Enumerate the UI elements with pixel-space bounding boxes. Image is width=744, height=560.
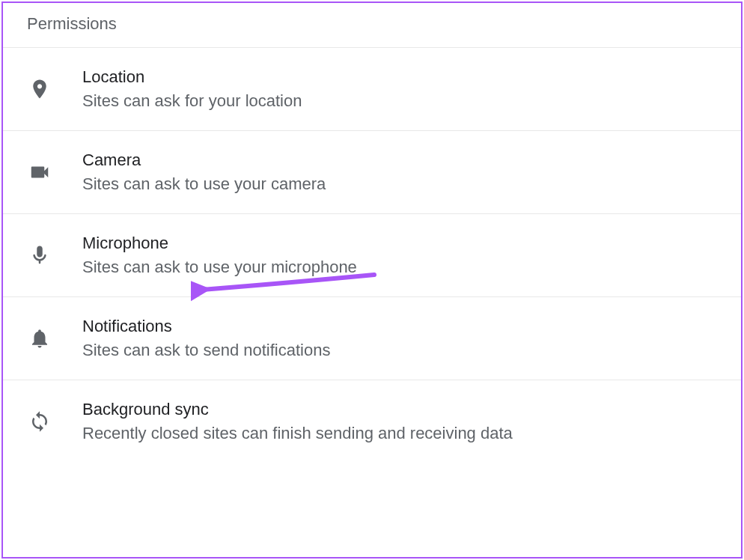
permission-item-camera[interactable]: Camera Sites can ask to use your camera <box>3 130 741 213</box>
camera-icon <box>27 159 52 185</box>
permission-text: Microphone Sites can ask to use your mic… <box>82 234 357 277</box>
location-icon <box>27 76 52 102</box>
permission-title: Location <box>82 67 302 87</box>
sync-icon <box>27 409 52 434</box>
permission-subtitle: Recently closed sites can finish sending… <box>82 424 513 443</box>
permission-text: Location Sites can ask for your location <box>82 67 302 111</box>
permission-item-notifications[interactable]: Notifications Sites can ask to send noti… <box>3 296 741 380</box>
permission-subtitle: Sites can ask to send notifications <box>82 341 330 360</box>
section-header: Permissions <box>3 3 741 47</box>
permission-item-location[interactable]: Location Sites can ask for your location <box>3 47 741 130</box>
permission-title: Camera <box>82 150 326 170</box>
permission-text: Background sync Recently closed sites ca… <box>82 400 513 443</box>
permissions-panel: Permissions Location Sites can ask for y… <box>1 1 743 559</box>
permission-text: Notifications Sites can ask to send noti… <box>82 317 330 360</box>
permission-title: Microphone <box>82 234 357 253</box>
permission-title: Background sync <box>82 400 513 419</box>
notifications-icon <box>27 326 52 351</box>
microphone-icon <box>27 243 52 268</box>
permission-title: Notifications <box>82 317 330 336</box>
permission-item-microphone[interactable]: Microphone Sites can ask to use your mic… <box>3 213 741 296</box>
permission-subtitle: Sites can ask to use your microphone <box>82 258 357 277</box>
permission-subtitle: Sites can ask to use your camera <box>82 174 326 194</box>
permission-item-background-sync[interactable]: Background sync Recently closed sites ca… <box>3 380 741 463</box>
permission-text: Camera Sites can ask to use your camera <box>82 150 326 194</box>
permission-subtitle: Sites can ask for your location <box>82 91 302 111</box>
